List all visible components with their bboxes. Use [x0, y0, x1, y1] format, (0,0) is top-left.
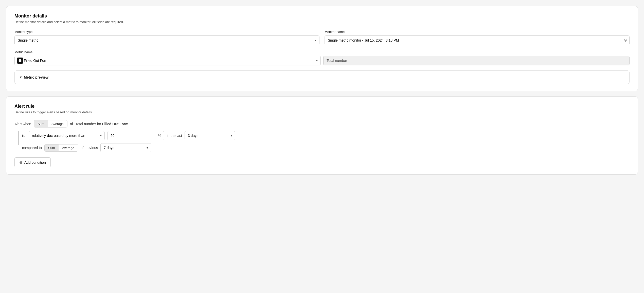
monitor-name-group: Monitor name ⊗	[325, 30, 630, 45]
metric-name-select-wrapper: Filled Out Form ▾	[14, 56, 321, 65]
monitor-name-input-wrapper: ⊗	[325, 35, 630, 45]
metric-name-inner-row: Filled Out Form ▾	[14, 56, 630, 65]
metric-name-label: Metric name	[14, 50, 630, 54]
in-the-last-label: in the last	[167, 134, 182, 138]
sum-button[interactable]: Sum	[34, 120, 48, 127]
sum-average-toggle[interactable]: Sum Average	[34, 120, 67, 127]
metric-secondary-wrapper	[323, 56, 630, 65]
value-input[interactable]	[107, 131, 164, 140]
monitor-details-subtitle: Define monitor details and select a metr…	[14, 20, 630, 24]
metric-name-group: Metric name Filled Out Form ▾	[14, 50, 630, 65]
metric-secondary-input	[323, 56, 630, 65]
compared-sum-button[interactable]: Sum	[45, 144, 59, 151]
monitor-type-select[interactable]: Single metric Multi metric	[14, 35, 319, 45]
condition-main-row: is relatively decreased by more than rel…	[14, 131, 630, 140]
alert-when-row: Alert when Sum Average of Total number f…	[14, 120, 630, 127]
prev-period-select[interactable]: 1 day 2 days 3 days 7 days 14 days 30 da…	[100, 143, 151, 152]
average-button[interactable]: Average	[48, 120, 67, 127]
alert-rule-subtitle: Define rules to trigger alerts based on …	[14, 110, 630, 114]
metric-desc: Total number for Filled Out Form	[76, 122, 129, 126]
monitor-type-name-row: Monitor type Single metric Multi metric …	[14, 30, 630, 45]
condition-select-wrapper: relatively decreased by more than relati…	[29, 131, 105, 140]
last-period-select-wrapper: 1 day 2 days 3 days 7 days 14 days 30 da…	[185, 131, 235, 140]
monitor-details-title: Monitor details	[14, 13, 630, 19]
event-name-text: Filled Out Form	[102, 122, 128, 126]
is-label: is	[22, 134, 26, 138]
compared-sum-average-toggle[interactable]: Sum Average	[44, 144, 78, 152]
alert-rule-title: Alert rule	[14, 104, 630, 109]
monitor-details-card: Monitor details Define monitor details a…	[6, 6, 638, 91]
compared-to-label: compared to	[22, 146, 42, 150]
alert-rule-card: Alert rule Define rules to trigger alert…	[6, 96, 638, 175]
metric-preview-chevron-icon: ▾	[20, 75, 22, 80]
of-previous-label: of previous	[81, 146, 98, 150]
metric-preview-header[interactable]: ▾ Metric preview	[20, 75, 624, 80]
add-condition-label: Add condition	[24, 160, 46, 164]
add-condition-plus-icon: ⊕	[19, 160, 23, 165]
for-text: for	[97, 122, 102, 126]
condition-select[interactable]: relatively decreased by more than relati…	[29, 131, 105, 140]
add-condition-button[interactable]: ⊕ Add condition	[14, 157, 51, 167]
alert-when-label: Alert when	[14, 122, 31, 126]
metric-name-row: Metric name Filled Out Form ▾	[14, 50, 630, 65]
metric-preview-section[interactable]: ▾ Metric preview	[14, 70, 630, 84]
monitor-name-label: Monitor name	[325, 30, 630, 34]
compared-row: compared to Sum Average of previous 1 da…	[14, 143, 630, 152]
value-input-wrapper: %	[107, 131, 164, 140]
conditions-container: is relatively decreased by more than rel…	[14, 131, 630, 157]
add-condition-wrapper: ⊕ Add condition	[14, 157, 630, 167]
monitor-type-group: Monitor type Single metric Multi metric …	[14, 30, 319, 45]
monitor-name-input[interactable]	[325, 35, 630, 45]
of-text: of	[70, 122, 73, 126]
metric-name-text: Total number	[76, 122, 96, 126]
metric-name-select[interactable]: Filled Out Form	[14, 56, 321, 65]
conditions-inner: is relatively decreased by more than rel…	[14, 131, 630, 157]
monitor-type-select-wrapper: Single metric Multi metric ▾	[14, 35, 319, 45]
metric-preview-label: Metric preview	[24, 75, 48, 79]
compared-average-button[interactable]: Average	[59, 144, 78, 151]
prev-period-select-wrapper: 1 day 2 days 3 days 7 days 14 days 30 da…	[100, 143, 151, 152]
monitor-type-label: Monitor type	[14, 30, 319, 34]
last-period-select[interactable]: 1 day 2 days 3 days 7 days 14 days 30 da…	[185, 131, 235, 140]
monitor-name-clear-icon[interactable]: ⊗	[624, 38, 627, 42]
